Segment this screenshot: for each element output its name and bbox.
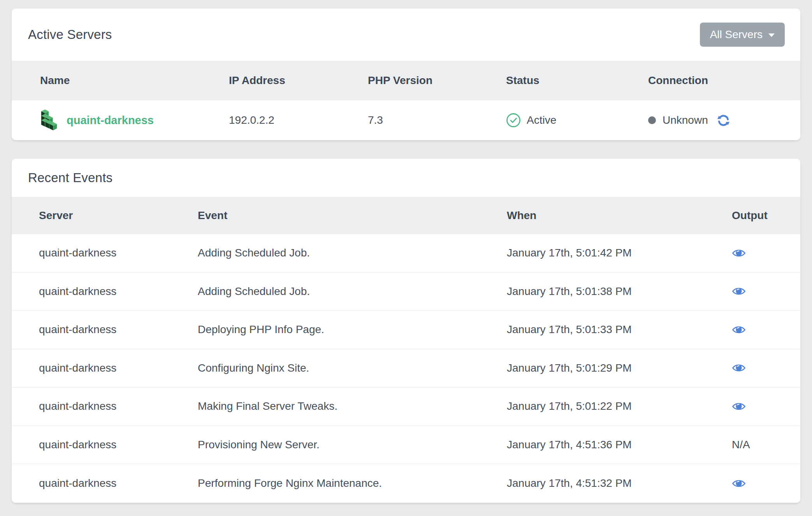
check-circle-icon (506, 113, 521, 128)
view-output-button[interactable] (732, 478, 746, 489)
column-header-name: Name (40, 74, 229, 87)
eye-icon (732, 478, 746, 489)
event-row: quaint-darkness Performing Forge Nginx M… (12, 464, 800, 503)
server-connection-label: Unknown (663, 114, 708, 126)
event-description: Deploying PHP Info Page. (198, 323, 507, 336)
event-row: quaint-darkness Making Final Server Twea… (12, 388, 800, 426)
event-row: quaint-darkness Adding Scheduled Job. Ja… (12, 273, 800, 311)
active-servers-panel: Active Servers All Servers Name IP Addre… (12, 9, 800, 140)
event-description: Performing Forge Nginx Maintenance. (198, 477, 507, 490)
all-servers-dropdown-button[interactable]: All Servers (700, 23, 785, 47)
server-row: quaint-darkness 192.0.2.2 7.3 Active Unk… (12, 100, 800, 140)
column-header-php-version: PHP Version (368, 74, 506, 87)
recent-events-header: Recent Events (12, 159, 800, 197)
event-server: quaint-darkness (39, 439, 198, 451)
column-header-connection: Connection (648, 74, 800, 87)
linode-cubes-icon (40, 108, 58, 132)
event-when: January 17th, 5:01:22 PM (507, 400, 732, 412)
event-output-cell (732, 401, 800, 412)
event-description: Making Final Server Tweaks. (198, 400, 507, 412)
event-output-cell (732, 478, 800, 489)
event-server: quaint-darkness (39, 247, 198, 259)
event-when: January 17th, 5:01:42 PM (507, 247, 732, 259)
view-output-button[interactable] (732, 286, 746, 297)
column-header-event: Event (198, 209, 507, 222)
refresh-connection-button[interactable] (716, 113, 731, 128)
event-row: quaint-darkness Adding Scheduled Job. Ja… (12, 234, 800, 273)
event-output-cell (732, 363, 800, 373)
eye-icon (732, 363, 746, 373)
event-output-cell (732, 325, 800, 335)
server-name-link[interactable]: quaint-darkness (67, 114, 154, 127)
view-output-button[interactable] (732, 248, 746, 258)
view-output-button[interactable] (732, 363, 746, 373)
column-header-status: Status (506, 74, 648, 87)
event-when: January 17th, 4:51:36 PM (507, 439, 732, 451)
event-description: Provisioning New Server. (198, 439, 507, 451)
eye-icon (732, 325, 746, 335)
refresh-icon (716, 113, 731, 128)
events-table-header: Server Event When Output (12, 197, 800, 234)
event-when: January 17th, 5:01:38 PM (507, 285, 732, 298)
event-row: quaint-darkness Deploying PHP Info Page.… (12, 311, 800, 349)
event-output-cell (732, 286, 800, 297)
column-header-output: Output (732, 209, 800, 222)
event-row: quaint-darkness Configuring Nginx Site. … (12, 349, 800, 388)
event-server: quaint-darkness (39, 477, 198, 490)
recent-events-title: Recent Events (28, 170, 112, 185)
eye-icon (732, 401, 746, 412)
caret-down-icon (768, 33, 775, 37)
server-status-label: Active (527, 114, 556, 126)
active-servers-header: Active Servers All Servers (12, 9, 800, 61)
server-connection-cell: Unknown (648, 113, 800, 128)
server-ip-address: 192.0.2.2 (229, 114, 368, 126)
event-output-cell: N/A (732, 439, 800, 451)
event-server: quaint-darkness (39, 400, 198, 412)
event-description: Adding Scheduled Job. (198, 285, 507, 298)
event-when: January 17th, 4:51:32 PM (507, 477, 732, 490)
view-output-button[interactable] (732, 401, 746, 412)
event-description: Adding Scheduled Job. (198, 247, 507, 259)
all-servers-dropdown-label: All Servers (710, 28, 763, 41)
active-servers-title: Active Servers (28, 27, 112, 42)
servers-table-header: Name IP Address PHP Version Status Conne… (12, 61, 800, 100)
output-not-available-label: N/A (732, 439, 750, 451)
event-output-cell (732, 248, 800, 258)
column-header-ip-address: IP Address (229, 74, 368, 87)
event-server: quaint-darkness (39, 323, 198, 336)
server-php-version: 7.3 (368, 114, 506, 126)
column-header-server: Server (39, 209, 198, 222)
eye-icon (732, 286, 746, 297)
gray-dot-icon (648, 116, 656, 124)
event-server: quaint-darkness (39, 285, 198, 298)
server-name-cell: quaint-darkness (40, 108, 229, 132)
event-server: quaint-darkness (39, 362, 198, 374)
event-when: January 17th, 5:01:29 PM (507, 362, 732, 374)
recent-events-panel: Recent Events Server Event When Output q… (12, 159, 800, 503)
event-row: quaint-darkness Provisioning New Server.… (12, 426, 800, 465)
view-output-button[interactable] (732, 325, 746, 335)
column-header-when: When (507, 209, 732, 222)
event-when: January 17th, 5:01:33 PM (507, 323, 732, 336)
server-status-cell: Active (506, 113, 648, 128)
eye-icon (732, 248, 746, 258)
event-description: Configuring Nginx Site. (198, 362, 507, 374)
